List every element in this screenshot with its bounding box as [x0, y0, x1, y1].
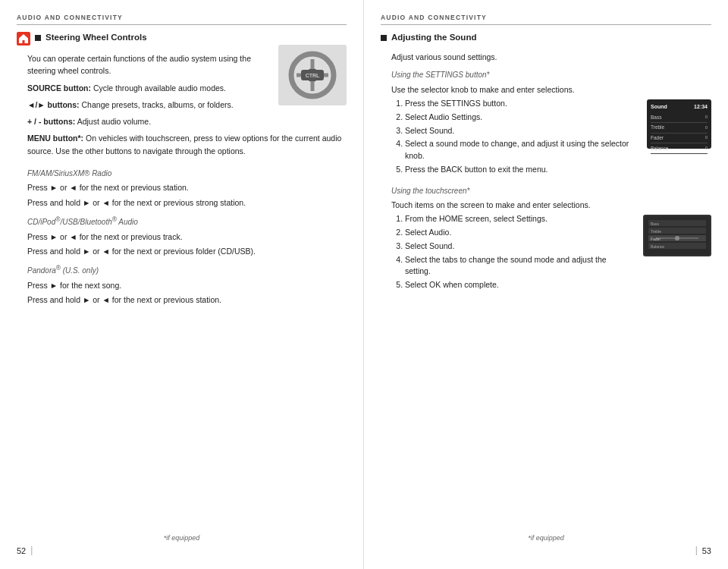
bass-val: 0 — [705, 114, 708, 121]
fm-title: FM/AM/SiriusXM® Radio — [27, 168, 347, 180]
bass-label: Bass — [651, 114, 661, 121]
touchscreen-intro: Touch items on the screen to make and en… — [391, 199, 711, 211]
left-if-equipped: *if equipped — [164, 534, 200, 542]
fader-label: Fader — [651, 134, 664, 142]
right-section-title: Adjusting the Sound — [381, 33, 476, 42]
svg-point-14 — [675, 236, 679, 240]
touchscreen-step-5: Select OK when complete. — [405, 279, 711, 291]
fm-line1: Press ► or ◄ for the next or previous st… — [27, 181, 347, 193]
balance-label: Balance — [651, 145, 669, 152]
left-if-equipped-text: *if equipped — [164, 534, 200, 542]
sound-row-treble: Treble 0 — [651, 124, 708, 133]
touchscreen-title: Using the touchscreen* — [391, 185, 711, 197]
left-page: AUDIO AND CONNECTIVITY Steering Wheel Co… — [0, 0, 364, 569]
treble-val: 0 — [705, 124, 708, 131]
section-title-text: Steering Wheel Controls — [46, 33, 147, 42]
menu-label: MENU button*: — [27, 134, 83, 143]
fader-val: 0 — [705, 134, 708, 141]
sound-screen-title: Sound — [651, 103, 667, 112]
right-page: AUDIO AND CONNECTIVITY Adjusting the Sou… — [364, 0, 728, 569]
pandora-line1: Press ► for the next song. — [27, 279, 347, 291]
right-if-equipped: *if equipped — [528, 534, 564, 542]
balance-val: 0 — [705, 145, 708, 152]
right-bullet-icon — [381, 35, 387, 41]
menu-line: MENU button*: On vehicles with touchscre… — [27, 132, 347, 157]
right-header-text: AUDIO AND CONNECTIVITY — [381, 14, 487, 21]
svg-text:Treble: Treble — [651, 229, 661, 234]
treble-label: Treble — [651, 124, 664, 131]
menu-button: MENU button*: On vehicles with touchscre… — [27, 132, 347, 157]
pandora-title: Pandora® (U.S. only) — [27, 263, 347, 277]
fm-section: FM/AM/SiriusXM® Radio Press ► or ◄ for t… — [27, 168, 347, 209]
arrows-label: ◄/► buttons: — [27, 100, 80, 109]
svg-text:Fader: Fader — [651, 237, 661, 241]
cd-line2: Press and hold ► or ◄ for the next or pr… — [27, 245, 347, 257]
sound-row-bass: Bass 0 — [651, 114, 708, 123]
source-label: SOURCE button: — [27, 83, 91, 93]
plus-minus-label: + / - buttons: — [27, 117, 75, 126]
right-section-title-text: Adjusting the Sound — [391, 33, 476, 42]
left-header-text: AUDIO AND CONNECTIVITY — [17, 14, 123, 21]
right-if-equipped-text: *if equipped — [528, 534, 564, 542]
left-footer: 52 | — [0, 545, 363, 555]
svg-text:Balance: Balance — [651, 244, 664, 249]
right-pipe: | — [695, 545, 698, 555]
bullet-icon — [35, 35, 41, 41]
cd-section: CD/iPod®/USB/Bluetooth® Audio Press ► or… — [27, 215, 347, 257]
right-footer: | 53 — [364, 545, 728, 555]
plus-minus-desc: Adjust audio volume. — [77, 117, 151, 126]
touchscreen-section: Using the touchscreen* Touch items on th… — [391, 185, 711, 294]
right-intro-text: Adjust various sound settings. — [391, 51, 711, 63]
sound-screen-image: Sound 12:34 Bass 0 Treble 0 Fader 0 — [647, 99, 711, 149]
settings-btn-title: Using the SETTINGS button* — [391, 69, 711, 81]
pandora-line2: Press and hold ► or ◄ for the next or pr… — [27, 294, 347, 306]
touchscreen-image: Bass Treble Fader Balance — [643, 215, 711, 256]
right-page-number: 53 — [702, 546, 711, 555]
right-header: AUDIO AND CONNECTIVITY — [381, 14, 711, 25]
left-header: AUDIO AND CONNECTIVITY — [17, 14, 347, 25]
svg-text:Bass: Bass — [651, 222, 660, 226]
settings-intro: Use the selector knob to make and enter … — [391, 83, 711, 96]
source-desc: Cycle through available audio modes. — [93, 83, 226, 93]
sound-screen-time: 12:34 — [694, 103, 708, 112]
plus-minus-buttons: + / - buttons: Adjust audio volume. — [27, 115, 347, 127]
svg-text:CTRL: CTRL — [306, 73, 320, 78]
arrows-desc: Change presets, tracks, albums, or folde… — [82, 100, 234, 109]
settings-btn-section: Using the SETTINGS button* Use the selec… — [391, 69, 711, 178]
cd-title: CD/iPod®/USB/Bluetooth® Audio — [27, 215, 347, 228]
plus-minus-line: + / - buttons: Adjust audio volume. — [27, 115, 347, 127]
left-page-number: 52 — [17, 546, 26, 555]
home-icon — [17, 32, 30, 46]
left-pipe: | — [30, 545, 33, 555]
right-intro: Adjust various sound settings. — [391, 51, 711, 63]
fm-line2: Press and hold ► or ◄ for the next or pr… — [27, 196, 347, 209]
sound-screen-header: Sound 12:34 — [651, 103, 708, 112]
settings-step-5: Press the BACK button to exit the menu. — [405, 164, 711, 176]
sound-row-fader: Fader 0 — [651, 134, 708, 143]
sound-row-balance: Balance 0 — [651, 145, 708, 154]
cd-line1: Press ► or ◄ for the next or previous tr… — [27, 231, 347, 243]
left-section-title: Steering Wheel Controls — [35, 33, 147, 42]
pandora-section: Pandora® (U.S. only) Press ► for the nex… — [27, 263, 347, 306]
steering-wheel-image: CTRL — [278, 45, 347, 105]
